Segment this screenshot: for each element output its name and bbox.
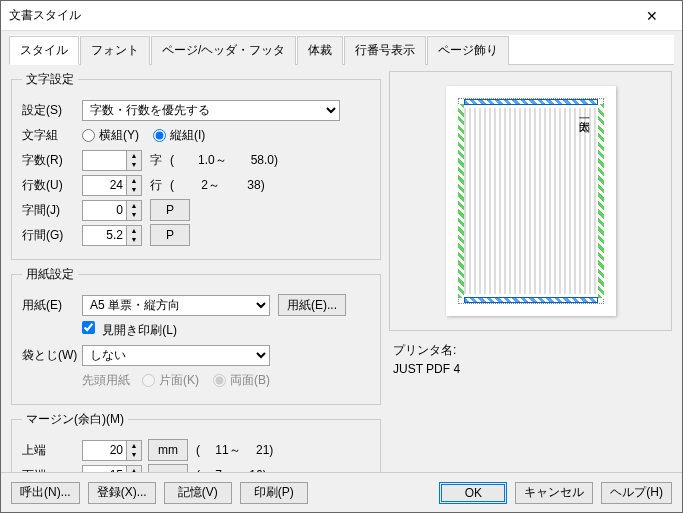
mojikumi-label: 文字組 <box>22 127 82 144</box>
window-title: 文書スタイル <box>9 7 630 24</box>
print-button[interactable]: 印刷(P) <box>240 482 308 504</box>
help-button[interactable]: ヘルプ(H) <box>601 482 672 504</box>
firstpage-label: 先頭用紙 <box>82 372 142 389</box>
titlebar: 文書スタイル ✕ <box>1 1 682 31</box>
printer-value: JUST PDF 4 <box>393 360 672 379</box>
jikan-spinner[interactable]: ▲▼ <box>82 200 142 221</box>
paper-button[interactable]: 用紙(E)... <box>278 294 346 316</box>
register-button[interactable]: 登録(X)... <box>88 482 156 504</box>
ji-unit: 字 <box>150 152 162 169</box>
ok-button[interactable]: OK <box>439 482 507 504</box>
bind-select[interactable]: しない <box>82 345 270 366</box>
printer-label: プリンタ名: <box>393 341 672 360</box>
tab-page-header[interactable]: ページ/ヘッダ・フッタ <box>151 36 296 65</box>
jisu-spinner[interactable]: ▲▼ <box>82 150 142 171</box>
paper-legend: 用紙設定 <box>22 266 78 283</box>
char-settings-group: 文字設定 設定(S) 字数・行数を優先する 文字組 横組(Y) 縦組(I) 字数… <box>11 71 381 260</box>
top-spinner[interactable]: ▲▼ <box>82 440 142 461</box>
top-hint: ( 11～ 21) <box>196 442 273 459</box>
tate-radio[interactable]: 縦組(I) <box>153 127 205 144</box>
paper-settings-group: 用紙設定 用紙(E) A5 単票・縦方向 用紙(E)... 見開き印刷(L) 袋… <box>11 266 381 405</box>
down-icon: ▼ <box>127 160 141 170</box>
tab-decor[interactable]: ページ飾り <box>427 36 509 65</box>
page-preview: 一太郎 <box>389 71 672 331</box>
close-icon[interactable]: ✕ <box>630 2 674 30</box>
tab-linenum[interactable]: 行番号表示 <box>344 36 426 65</box>
tab-format[interactable]: 体裁 <box>297 36 343 65</box>
tab-font[interactable]: フォント <box>80 36 150 65</box>
tab-style[interactable]: スタイル <box>9 36 79 65</box>
paper-select[interactable]: A5 単票・縦方向 <box>82 295 270 316</box>
tab-strip: スタイル フォント ページ/ヘッダ・フッタ 体裁 行番号表示 ページ飾り <box>9 35 674 65</box>
yoko-radio[interactable]: 横組(Y) <box>82 127 139 144</box>
top-label: 上端 <box>22 442 82 459</box>
cancel-button[interactable]: キャンセル <box>515 482 593 504</box>
gyosu-label: 行数(U) <box>22 177 82 194</box>
margin-legend: マージン(余白)(M) <box>22 411 128 428</box>
char-legend: 文字設定 <box>22 71 78 88</box>
bothside-radio: 両面(B) <box>213 372 270 389</box>
gyokan-p-button[interactable]: P <box>150 224 190 246</box>
jisu-hint: ( 1.0～ 58.0) <box>170 152 278 169</box>
gyokan-spinner[interactable]: ▲▼ <box>82 225 142 246</box>
footer: 呼出(N)... 登録(X)... 記憶(V) 印刷(P) OK キャンセル ヘ… <box>1 472 682 512</box>
jikan-p-button[interactable]: P <box>150 199 190 221</box>
gyokan-label: 行間(G) <box>22 227 82 244</box>
gyosu-hint: ( 2～ 38) <box>170 177 265 194</box>
gyo-unit: 行 <box>150 177 162 194</box>
setting-select[interactable]: 字数・行数を優先する <box>82 100 340 121</box>
recall-button[interactable]: 呼出(N)... <box>11 482 80 504</box>
bind-label: 袋とじ(W) <box>22 347 82 364</box>
paper-label: 用紙(E) <box>22 297 82 314</box>
setting-label: 設定(S) <box>22 102 82 119</box>
jikan-label: 字間(J) <box>22 202 82 219</box>
spread-checkbox[interactable]: 見開き印刷(L) <box>82 321 177 339</box>
oneside-radio: 片面(K) <box>142 372 199 389</box>
gyosu-spinner[interactable]: ▲▼ <box>82 175 142 196</box>
top-unit-button[interactable]: mm <box>148 439 188 461</box>
up-icon: ▲ <box>127 151 141 161</box>
memory-button[interactable]: 記憶(V) <box>164 482 232 504</box>
jisu-label: 字数(R) <box>22 152 82 169</box>
